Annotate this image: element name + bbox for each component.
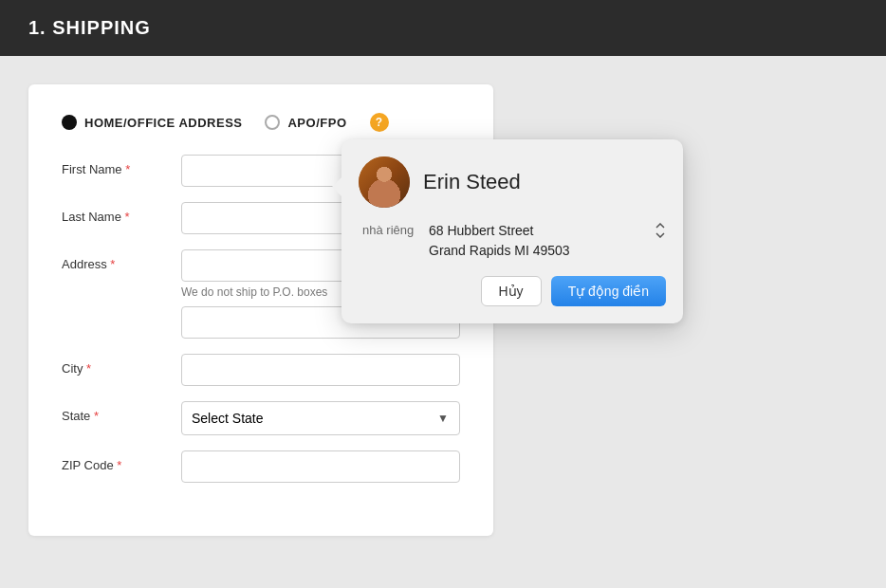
- radio-empty-icon: [265, 115, 280, 130]
- apo-fpo-label: APO/FPO: [287, 116, 346, 130]
- first-name-label: First Name *: [62, 155, 166, 176]
- autofill-button[interactable]: Tự động điền: [551, 276, 666, 306]
- required-star: *: [94, 409, 99, 423]
- required-star: *: [86, 361, 91, 376]
- required-star: *: [125, 210, 130, 224]
- last-name-label: Last Name *: [62, 202, 166, 224]
- state-select[interactable]: Select StateAlabamaAlaskaArizonaArkansas…: [181, 401, 460, 435]
- radio-filled-icon: [62, 115, 77, 130]
- help-button[interactable]: ?: [370, 113, 389, 132]
- home-office-label: HOME/OFFICE ADDRESS: [84, 116, 242, 130]
- address-chevron-icon[interactable]: [655, 221, 666, 238]
- address-line1: 68 Hubbert Street: [429, 221, 645, 241]
- required-star: *: [125, 162, 130, 176]
- address-line2: Grand Rapids MI 49503: [429, 241, 645, 261]
- home-office-radio[interactable]: HOME/OFFICE ADDRESS: [62, 115, 242, 130]
- apo-fpo-radio[interactable]: APO/FPO: [265, 115, 346, 130]
- cancel-button[interactable]: Hủy: [481, 276, 542, 306]
- page-title: 1. SHIPPING: [28, 17, 858, 39]
- autofill-popup: Erin Steed nhà riêng 68 Hubbert Street G…: [341, 139, 683, 323]
- zip-input[interactable]: [181, 450, 460, 483]
- address-type-tag: nhà riêng: [362, 221, 419, 237]
- address-label: Address *: [62, 249, 166, 271]
- required-star: *: [117, 458, 121, 472]
- required-star: *: [110, 257, 115, 271]
- user-name: Erin Steed: [423, 170, 521, 194]
- avatar: [359, 156, 410, 208]
- page-header: 1. SHIPPING: [0, 0, 886, 56]
- city-input[interactable]: [181, 354, 460, 386]
- zip-label: ZIP Code *: [62, 450, 166, 472]
- city-label: City *: [62, 354, 166, 376]
- state-label: State *: [62, 401, 166, 423]
